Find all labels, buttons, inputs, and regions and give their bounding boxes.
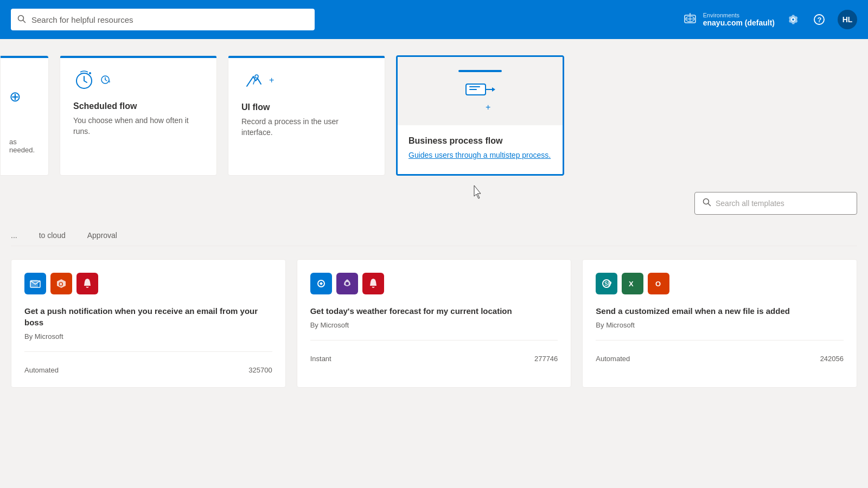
card-3-footer: Automated 242056: [596, 346, 844, 363]
card-1-footer: Automated 325700: [24, 357, 272, 374]
template-card-2[interactable]: Get today's weather forecast for my curr…: [297, 259, 572, 388]
card-2-footer: Instant 277746: [310, 346, 558, 363]
svg-text:?: ?: [818, 16, 822, 24]
environment-section[interactable]: Environments enayu.com (default): [682, 11, 775, 28]
bpf-desc: Guides users through a multistep process…: [409, 150, 552, 161]
svg-point-14: [255, 75, 258, 78]
ui-flow-desc: Record a process in the user interface.: [241, 117, 372, 138]
card-bottom-area: Business process flow Guides users throu…: [398, 125, 563, 174]
scheduled-flow-card[interactable]: + Scheduled flow You choose when and how…: [60, 55, 217, 176]
template-search-placeholder: Search all templates: [716, 199, 784, 208]
bpf-icon-area: +: [458, 70, 502, 112]
search-icon: [17, 15, 26, 25]
card-2-type: Instant: [310, 355, 331, 363]
svg-text:+: +: [269, 75, 274, 85]
scheduled-flow-desc: You choose when and how often it runs.: [73, 115, 203, 137]
template-search[interactable]: Search all templates: [694, 192, 857, 215]
tab-approval[interactable]: Approval: [76, 226, 128, 246]
svg-line-22: [709, 204, 711, 206]
card-2-title: Get today's weather forecast for my curr…: [310, 305, 558, 317]
template-search-icon: [703, 198, 711, 208]
ui-flow-icon: +: [241, 69, 372, 92]
plus-icon: ⊕: [9, 88, 35, 105]
ui-flow-card[interactable]: + UI flow Record a process in the user i…: [228, 55, 385, 176]
card-1-title: Get a push notification when you receive…: [24, 305, 272, 328]
excel-icon: X: [622, 273, 643, 294]
office365-icon: O: [50, 273, 72, 294]
card-1-icons: O: [24, 273, 272, 294]
card-3-author: By Microsoft: [596, 321, 844, 329]
flow-card-partial[interactable]: ⊕ as needed.: [0, 55, 49, 176]
templates-section: Search all templates ... to cloud Approv…: [0, 192, 868, 388]
flow-icon: [310, 273, 332, 294]
svg-rect-19: [469, 89, 477, 90]
notifications-icon: [76, 273, 98, 294]
copilot-icon: [336, 273, 358, 294]
card-1-author: By Microsoft: [24, 332, 272, 341]
card-top-area: +: [398, 57, 563, 125]
topbar-right: Environments enayu.com (default) ? HL: [682, 10, 857, 29]
svg-line-12: [105, 80, 107, 81]
settings-icon[interactable]: [786, 12, 801, 27]
business-process-flow-card[interactable]: + Business process flow Guides users thr…: [396, 55, 564, 176]
card-3-divider: [596, 340, 844, 341]
avatar[interactable]: HL: [838, 10, 857, 29]
card-3-type: Automated: [596, 355, 630, 363]
help-icon[interactable]: ?: [812, 12, 827, 27]
card-accent: [0, 56, 48, 58]
card-1-type: Automated: [24, 366, 59, 374]
card-3-count: 242056: [820, 355, 844, 363]
global-search-placeholder: Search for helpful resources: [31, 15, 133, 24]
office-icon: O: [648, 273, 669, 294]
bpf-title: Business process flow: [409, 136, 552, 146]
card-accent: [60, 56, 216, 58]
partial-desc: as needed.: [9, 138, 35, 154]
template-cards-container: O Get a push notification when you recei…: [11, 259, 857, 388]
card-1-count: 325700: [248, 366, 272, 374]
svg-marker-17: [492, 87, 495, 92]
tab-to-cloud[interactable]: to cloud: [28, 226, 76, 246]
outlook-icon: [24, 273, 46, 294]
filter-tabs: ... to cloud Approval: [11, 226, 857, 246]
svg-rect-18: [469, 86, 480, 87]
svg-text:O: O: [655, 280, 661, 288]
main-content: ⊕ as needed. + Scheduled flo: [0, 39, 868, 488]
topbar: Search for helpful resources Environment…: [0, 0, 868, 39]
bpf-accent-bar: [458, 70, 502, 72]
scheduled-icon: +: [73, 69, 203, 91]
scheduled-flow-title: Scheduled flow: [73, 101, 203, 111]
global-search[interactable]: Search for helpful resources: [11, 9, 315, 30]
flow-cards-section: ⊕ as needed. + Scheduled flo: [0, 55, 868, 192]
card-3-icons: SP X O: [596, 273, 844, 294]
environment-text: Environments enayu.com (default): [703, 12, 775, 27]
svg-text:+: +: [108, 79, 110, 85]
svg-text:+: +: [486, 102, 490, 112]
svg-text:X: X: [629, 280, 634, 288]
card-2-divider: [310, 340, 558, 341]
svg-line-1: [23, 20, 25, 22]
environments-label: Environments: [703, 12, 775, 18]
template-card-1[interactable]: O Get a push notification when you recei…: [11, 259, 286, 388]
ui-flow-title: UI flow: [241, 102, 372, 112]
card-2-author: By Microsoft: [310, 321, 558, 329]
svg-text:SP: SP: [604, 281, 612, 287]
templates-header: Search all templates: [11, 192, 857, 215]
card-3-title: Send a customized email when a new file …: [596, 305, 844, 317]
sharepoint-icon: SP: [596, 273, 617, 294]
notifications-2-icon: [362, 273, 384, 294]
tab-partial-left[interactable]: ...: [11, 226, 28, 246]
svg-text:O: O: [59, 281, 63, 287]
svg-point-9: [89, 72, 91, 74]
template-card-3[interactable]: SP X O Send a customized email when: [582, 259, 857, 388]
avatar-initials: HL: [843, 15, 853, 24]
card-accent: [228, 56, 385, 58]
environment-icon: [682, 11, 698, 28]
environment-name: enayu.com (default): [703, 18, 775, 27]
svg-point-27: [346, 282, 349, 285]
card-1-divider: [24, 351, 272, 352]
card-2-icons: [310, 273, 558, 294]
card-2-count: 277746: [534, 355, 558, 363]
